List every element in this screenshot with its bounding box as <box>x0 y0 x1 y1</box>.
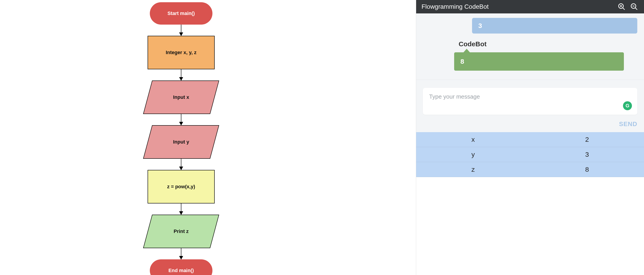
node-input-y-label: Input y <box>148 125 215 159</box>
zoom-in-button[interactable] <box>617 2 626 11</box>
codebot-panel: Flowgramming CodeBot 3 CodeBot 8 <box>416 0 644 275</box>
user-message-text: 3 <box>478 22 482 29</box>
var-value-cell: 3 <box>530 147 644 162</box>
node-assign[interactable]: z = pow(x,y) <box>148 170 215 204</box>
chat-area: 3 CodeBot 8 <box>416 14 644 80</box>
user-message-bubble: 3 <box>472 18 637 34</box>
var-name-cell: x <box>416 132 530 147</box>
bot-message-bubble: 8 <box>454 52 624 71</box>
send-button[interactable]: SEND <box>619 120 637 128</box>
chat-input[interactable] <box>429 93 631 100</box>
node-declare-label: Integer x, y, z <box>166 50 196 56</box>
node-start[interactable]: Start main() <box>150 2 212 24</box>
node-declare[interactable]: Integer x, y, z <box>148 36 215 69</box>
zoom-out-icon <box>630 3 638 11</box>
arrow-icon <box>181 204 181 215</box>
node-input-y[interactable]: Input y <box>148 125 215 159</box>
node-end-label: End main() <box>168 268 194 274</box>
var-value-cell: 8 <box>530 162 644 177</box>
panel-header: Flowgramming CodeBot <box>416 0 644 14</box>
table-row: y 3 <box>416 147 644 162</box>
variables-table: x 2 y 3 z 8 <box>416 132 644 177</box>
table-row: x 2 <box>416 132 644 147</box>
node-start-label: Start main() <box>168 10 195 16</box>
bot-name-label: CodeBot <box>459 40 637 48</box>
arrow-icon <box>181 248 181 259</box>
var-name-cell: y <box>416 147 530 162</box>
var-name-cell: z <box>416 162 530 177</box>
flowchart-canvas[interactable]: Start main() Integer x, y, z Input x Inp… <box>143 2 219 275</box>
node-input-x[interactable]: Input x <box>148 80 215 114</box>
svg-line-5 <box>635 8 637 10</box>
arrow-icon <box>181 24 181 36</box>
svg-line-1 <box>623 8 625 10</box>
node-print[interactable]: Print z <box>148 215 215 248</box>
bot-message-text: 8 <box>460 58 464 65</box>
node-end[interactable]: End main() <box>150 259 212 275</box>
arrow-icon <box>181 159 181 170</box>
node-print-label: Print z <box>148 215 215 248</box>
zoom-out-button[interactable] <box>630 2 639 11</box>
node-input-x-label: Input x <box>148 80 215 114</box>
var-value-cell: 2 <box>530 132 644 147</box>
panel-title: Flowgramming CodeBot <box>422 3 614 10</box>
node-assign-label: z = pow(x,y) <box>167 184 195 190</box>
arrow-icon <box>181 69 181 80</box>
chat-input-area: G SEND <box>416 80 644 132</box>
arrow-icon <box>181 114 181 125</box>
grammarly-icon[interactable]: G <box>623 101 632 110</box>
chat-input-box[interactable]: G <box>423 88 637 115</box>
zoom-in-icon <box>618 3 626 11</box>
table-row: z 8 <box>416 162 644 177</box>
speech-arrow-icon <box>463 49 470 53</box>
